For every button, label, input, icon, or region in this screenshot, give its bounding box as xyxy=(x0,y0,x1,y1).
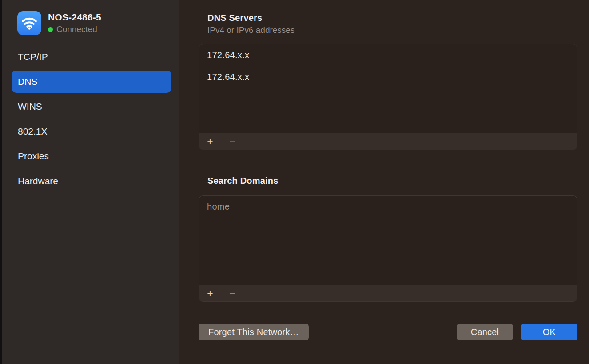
connected-status-dot-icon xyxy=(48,27,53,32)
network-status: Connected xyxy=(48,24,101,34)
content-panel: DNS Servers IPv4 or IPv6 addresses 172.6… xyxy=(179,0,589,364)
dns-servers-title: DNS Servers xyxy=(199,12,577,24)
sidebar-item-8021x[interactable]: 802.1X xyxy=(12,120,171,142)
network-meta: NOS-2486-5 Connected xyxy=(48,12,101,34)
dns-servers-subtitle: IPv4 or IPv6 addresses xyxy=(199,25,577,35)
cancel-button[interactable]: Cancel xyxy=(457,324,513,340)
toolbar-separator xyxy=(220,136,220,147)
search-domains-title: Search Domains xyxy=(199,175,577,186)
dns-server-entry[interactable]: 172.64.x.x xyxy=(199,66,577,87)
network-details-window: NOS-2486-5 Connected TCP/IP DNS WINS 802… xyxy=(0,0,589,364)
sidebar-item-tcpip[interactable]: TCP/IP xyxy=(12,46,171,68)
wifi-icon xyxy=(17,11,41,35)
search-domain-entry[interactable]: home xyxy=(199,196,577,217)
dns-servers-toolbar: + − xyxy=(199,133,577,150)
remove-dns-server-button[interactable]: − xyxy=(226,135,239,148)
sidebar: NOS-2486-5 Connected TCP/IP DNS WINS 802… xyxy=(2,0,179,364)
remove-search-domain-button[interactable]: − xyxy=(226,287,239,300)
sidebar-item-wins[interactable]: WINS xyxy=(12,95,171,118)
search-domains-toolbar: + − xyxy=(199,285,577,301)
sidebar-menu: TCP/IP DNS WINS 802.1X Proxies Hardware xyxy=(2,46,179,192)
search-domains-section: Search Domains home + − xyxy=(199,175,577,302)
network-name: NOS-2486-5 xyxy=(48,12,101,23)
sidebar-item-dns[interactable]: DNS xyxy=(12,71,171,93)
sidebar-item-hardware[interactable]: Hardware xyxy=(12,170,171,192)
dns-servers-list: 172.64.x.x 172.64.x.x + − xyxy=(199,44,577,150)
search-domains-list-body: home xyxy=(199,196,577,285)
footer-buttons: Forget This Network… Cancel OK xyxy=(199,324,577,340)
search-domains-list: home + − xyxy=(199,195,577,302)
dns-servers-section: DNS Servers IPv4 or IPv6 addresses 172.6… xyxy=(199,12,577,150)
dns-servers-list-body: 172.64.x.x 172.64.x.x xyxy=(199,44,577,133)
network-header: NOS-2486-5 Connected xyxy=(2,0,179,35)
add-search-domain-button[interactable]: + xyxy=(203,287,217,300)
footer-divider xyxy=(179,305,589,305)
dns-server-entry[interactable]: 172.64.x.x xyxy=(199,44,577,66)
add-dns-server-button[interactable]: + xyxy=(203,135,217,148)
sidebar-item-proxies[interactable]: Proxies xyxy=(12,145,171,167)
ok-button[interactable]: OK xyxy=(521,324,577,340)
network-status-label: Connected xyxy=(56,24,97,34)
forget-network-button[interactable]: Forget This Network… xyxy=(199,324,309,340)
toolbar-separator xyxy=(220,288,220,299)
